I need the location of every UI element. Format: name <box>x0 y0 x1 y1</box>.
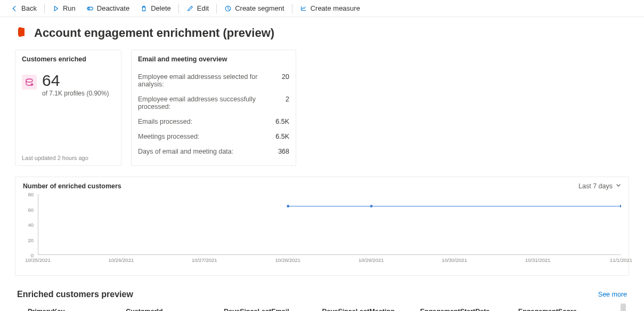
column-header: EngagementStartDate <box>420 308 518 311</box>
overview-value: 2 <box>286 95 289 110</box>
preview-title: Enriched customers preview <box>17 290 133 299</box>
overview-label: Emails processed: <box>138 118 192 125</box>
create-measure-button[interactable]: Create measure <box>296 2 364 14</box>
separator <box>178 4 179 13</box>
chart-range-dropdown[interactable]: Last 7 days <box>578 182 621 190</box>
toggle-off-icon <box>86 5 94 12</box>
enriched-count: 64 <box>42 73 109 89</box>
enriched-customers-chart-card: Number of enriched customers Last 7 days… <box>15 177 629 276</box>
column-header: EngagementScore <box>518 308 616 311</box>
delete-button[interactable]: Delete <box>136 2 175 14</box>
overview-list: Employee email addressess selected for a… <box>132 66 296 165</box>
card-title: Email and meeting overview <box>132 50 296 66</box>
enriched-subtitle: of 7.1K profiles (0.90%) <box>42 90 109 97</box>
preview-table-header: PrimaryKey CustomerId DaysSinceLastEmail… <box>15 299 629 311</box>
customers-icon <box>22 75 37 90</box>
back-button[interactable]: Back <box>6 2 41 14</box>
pie-segment-icon <box>224 5 232 12</box>
arrow-left-icon <box>11 5 18 12</box>
column-header: DaysSinceLastEmail <box>224 308 322 311</box>
line-plot <box>38 194 621 255</box>
run-button[interactable]: Run <box>48 2 80 14</box>
delete-label: Delete <box>151 4 171 12</box>
scrollbar-thumb[interactable] <box>621 304 626 311</box>
overview-row: Employee email addressess selected for a… <box>138 69 289 92</box>
chart-plot-area: 020406080 10/25/202110/26/202110/27/2021… <box>38 194 621 264</box>
svg-point-4 <box>370 205 373 208</box>
column-header: CustomerId <box>126 308 224 311</box>
chart-title: Number of enriched customers <box>23 182 121 190</box>
create-measure-label: Create measure <box>311 4 360 12</box>
overview-value: 368 <box>278 148 289 155</box>
separator <box>44 4 45 13</box>
chart-range-label: Last 7 days <box>578 182 613 190</box>
overview-row: Employee email addresses successfully pr… <box>138 92 289 114</box>
overview-value: 6.5K <box>275 118 289 125</box>
svg-point-5 <box>620 205 621 208</box>
toolbar: Back Run Deactivate Delete Edit Create s… <box>0 0 644 17</box>
play-icon <box>52 5 60 12</box>
column-header: DaysSinceLastMeeting <box>322 308 420 311</box>
page-title: Account engagement enrichment (preview) <box>34 26 274 40</box>
customers-enriched-card: Customers enriched 64 of 7.1K profiles (… <box>15 50 121 166</box>
overview-row: Emails processed: 6.5K <box>138 114 289 129</box>
overview-label: Employee email addresses successfully pr… <box>138 95 286 110</box>
overview-row: Meetings processed: 6.5K <box>138 129 289 144</box>
svg-point-1 <box>88 7 89 9</box>
page-header: Account engagement enrichment (preview) <box>15 26 629 40</box>
separator <box>292 4 292 13</box>
overview-label: Days of email and meeting data: <box>138 148 233 155</box>
overview-row: Days of email and meeting data: 368 <box>138 144 289 159</box>
deactivate-button[interactable]: Deactivate <box>82 2 134 14</box>
edit-label: Edit <box>197 4 209 12</box>
overview-label: Meetings processed: <box>138 133 199 140</box>
separator <box>216 4 217 13</box>
column-header: PrimaryKey <box>28 308 126 311</box>
trash-icon <box>140 5 148 12</box>
chevron-down-icon <box>616 182 621 190</box>
email-meeting-overview-card: Email and meeting overview Employee emai… <box>131 50 296 166</box>
create-segment-button[interactable]: Create segment <box>220 2 289 14</box>
deactivate-label: Deactivate <box>97 4 129 12</box>
last-updated: Last updated 2 hours ago <box>15 150 121 165</box>
see-more-link[interactable]: See more <box>598 291 627 298</box>
back-label: Back <box>21 4 37 12</box>
overview-value: 6.5K <box>275 133 289 140</box>
overview-label: Employee email addressess selected for a… <box>138 73 282 88</box>
chart-line-icon <box>300 5 307 12</box>
edit-button[interactable]: Edit <box>182 2 213 14</box>
card-title: Customers enriched <box>15 50 121 66</box>
pencil-icon <box>186 5 194 12</box>
office-logo-icon <box>15 26 28 40</box>
run-label: Run <box>63 4 76 12</box>
overview-value: 20 <box>282 73 289 88</box>
create-segment-label: Create segment <box>235 4 284 12</box>
svg-point-3 <box>287 205 289 208</box>
